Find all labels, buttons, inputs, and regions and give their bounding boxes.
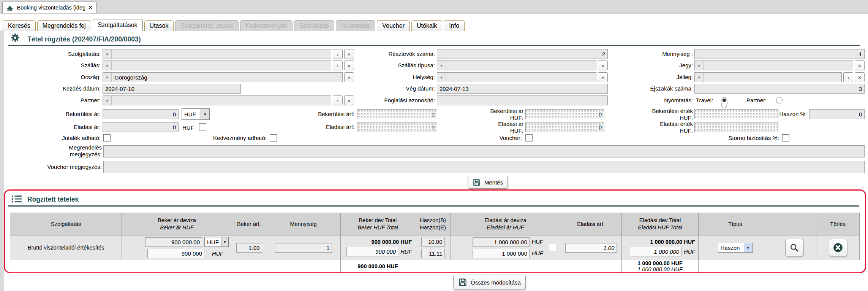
left-gutter — [0, 30, 4, 291]
voucher-megjegyzes-label: Voucher megjegyzés: — [8, 162, 102, 172]
szallas-tipusa-input[interactable]: ● — [437, 60, 596, 70]
tab-kereses[interactable]: Keresés — [3, 20, 36, 31]
row-beker-ar-huf-input[interactable] — [147, 249, 204, 258]
modify-all-button[interactable]: Összes módosítása — [453, 275, 526, 290]
row-haszon-e-input[interactable] — [421, 249, 445, 258]
jutalek-adhato-checkbox[interactable] — [103, 134, 111, 142]
jegy-input[interactable]: ● — [694, 60, 853, 70]
eladasi-ar-huf-label: Eladási árHUF: — [429, 121, 523, 134]
window-tab-title: Booking viszonteladás (idegen ár — [17, 5, 85, 11]
row-eladasi-arf-input[interactable] — [565, 243, 617, 253]
row-eladasi-dev-total: 1 000 000.00 HUF — [650, 239, 696, 245]
orszag-label: Ország: — [8, 72, 101, 82]
storno-biztositas-label: Storno biztosítás %: — [684, 133, 779, 143]
resztvevok-input[interactable] — [437, 49, 608, 59]
bekerulesi-ar-currency-select[interactable]: HUF▼ — [182, 108, 210, 120]
row-eladasi-dev-total-cell: 1 000 000.00 HUF HUF — [622, 235, 699, 260]
szolgaltatas-open-button[interactable]: › — [333, 49, 343, 59]
bekerulesi-ar-input[interactable] — [103, 109, 179, 119]
tab-szolgaltatasok[interactable]: Szolgáltatások — [93, 19, 143, 31]
kedvezmeny-adhato-checkbox[interactable] — [270, 134, 277, 142]
lookup-dot-icon: ● — [437, 61, 446, 70]
recorded-items-table: Szolgáltatás Beker ár devizaBeker ár HUF… — [10, 213, 860, 272]
tab-megrendeles-fej[interactable]: Megrendelés fej — [37, 20, 91, 31]
voucher-megjegyzes-input[interactable] — [103, 161, 865, 173]
szallas-tipusa-label: Szállás típusa: — [342, 60, 435, 70]
row-beker-ar-deviza-input[interactable] — [145, 237, 202, 247]
chevron-down-icon: ▼ — [221, 237, 228, 246]
row-haszon-b-input[interactable] — [421, 237, 445, 246]
list-icon — [11, 195, 22, 203]
kezdes-datum-label: Kezdés dátum: — [8, 84, 101, 94]
haszon-pct-input[interactable] — [809, 109, 865, 119]
row-beker-huf-suffix: HUF — [207, 251, 229, 257]
jelleg-clear-button[interactable]: × — [855, 72, 865, 82]
window-tab[interactable]: Booking viszonteladás (idegen ár × — [2, 1, 96, 13]
bekerulesi-ertek-huf-label: Bekerülési értékHUF: — [593, 108, 693, 121]
bekerulesi-arf-input[interactable] — [357, 109, 437, 119]
foglalasi-azonosito-input[interactable] — [437, 95, 608, 105]
eladasi-ertek-huf-input[interactable] — [694, 122, 778, 132]
row-eladasi-huf-total-input[interactable] — [630, 247, 681, 256]
veg-datum-input[interactable] — [437, 84, 608, 94]
row-eladasi-ar-deviza-input[interactable] — [473, 237, 530, 247]
row-beker-currency-select[interactable]: HUF▼ — [204, 237, 229, 247]
row-delete-button[interactable] — [829, 239, 847, 256]
jegy-clear-button[interactable]: × — [855, 60, 865, 70]
col-header-torles: Törlés — [816, 213, 860, 235]
row-beker-huf-total-suffix: HUF — [400, 249, 412, 255]
eladasi-ertek-huf-label: Eladási értékHUF: — [593, 121, 693, 134]
jelleg-input[interactable]: ● — [694, 72, 842, 82]
row-search-button[interactable] — [785, 239, 803, 256]
eladasi-ar-currency-checkbox[interactable] — [199, 123, 206, 130]
chevron-down-icon: ▼ — [201, 109, 209, 119]
row-eladasi-ar-huf-input[interactable] — [473, 249, 530, 258]
col-header-eladasi-dev-total: Eladási dev TotalEladási HUF Total — [622, 213, 699, 235]
nyomtatas-partner-radio[interactable] — [776, 97, 783, 103]
partner-input[interactable]: ● — [103, 95, 331, 105]
nyomtatas-travel-radio[interactable] — [721, 97, 727, 108]
col-header-beker-dev-total: Beker dev TotalBeker HUF Total — [341, 213, 415, 235]
gear-icon — [11, 33, 20, 42]
voucher-checkbox[interactable] — [525, 134, 533, 142]
szallas-input[interactable]: ● — [103, 60, 331, 70]
row-eladasi-checkbox[interactable] — [549, 244, 556, 251]
szallas-open-button[interactable]: › — [333, 60, 343, 70]
row-eladasi-arf-cell — [560, 235, 622, 260]
eladasi-ar-input[interactable] — [103, 122, 179, 132]
save-button[interactable]: Mentés — [468, 176, 508, 189]
row-tipus-cell: Haszon▼ — [699, 235, 772, 260]
row-beker-arf-input[interactable] — [236, 243, 262, 253]
jelleg-label: Jelleg: — [593, 72, 693, 82]
tab-voucher[interactable]: Voucher — [377, 20, 410, 31]
tab-info[interactable]: Info — [444, 20, 465, 31]
ejszakak-szama-label: Éjszakák száma: — [593, 84, 693, 94]
jelleg-open-button[interactable]: › — [843, 72, 853, 82]
eladasi-arf-input[interactable] — [357, 122, 437, 132]
storno-biztositas-checkbox[interactable] — [782, 134, 789, 142]
mennyiseg-input[interactable] — [694, 49, 865, 59]
partner-open-button[interactable]: › — [333, 95, 343, 105]
szolgaltatas-input[interactable]: ● — [103, 49, 331, 59]
kedvezmeny-adhato-label: Kedvezmény adható: — [175, 133, 267, 143]
tab-utokalk[interactable]: Utókalk — [411, 20, 442, 31]
table-header-row: Szolgáltatás Beker ár devizaBeker ár HUF… — [10, 213, 860, 235]
partner-field: ● › × — [103, 95, 354, 105]
table-row: Bruttó viszonteladói értékesítés HUF▼ HU… — [10, 235, 860, 260]
megrendeles-megjegyzes-input[interactable] — [103, 145, 865, 157]
modify-all-button-label: Összes módosítása — [471, 279, 521, 286]
helyseg-input[interactable]: ● — [437, 72, 596, 82]
row-beker-huf-total-input[interactable] — [346, 247, 398, 256]
row-tipus-select[interactable]: Haszon▼ — [718, 243, 753, 253]
helyseg-label: Helység: — [342, 72, 435, 82]
col-header-mennyiseg: Mennyiség — [266, 213, 341, 235]
orszag-input[interactable]: ●Görögország — [103, 72, 343, 82]
haszon-pct-label: Haszon %: — [760, 109, 807, 119]
ejszakak-szama-input[interactable] — [694, 84, 865, 94]
tab-nyomtatas: Nyomtatás — [336, 20, 375, 31]
row-mennyiseg-input[interactable] — [275, 243, 332, 253]
lookup-dot-icon: ● — [437, 73, 446, 82]
window-tab-close-icon[interactable]: × — [89, 4, 92, 11]
tab-utasok[interactable]: Utasok — [144, 20, 174, 31]
kezdes-datum-input[interactable] — [103, 84, 241, 94]
